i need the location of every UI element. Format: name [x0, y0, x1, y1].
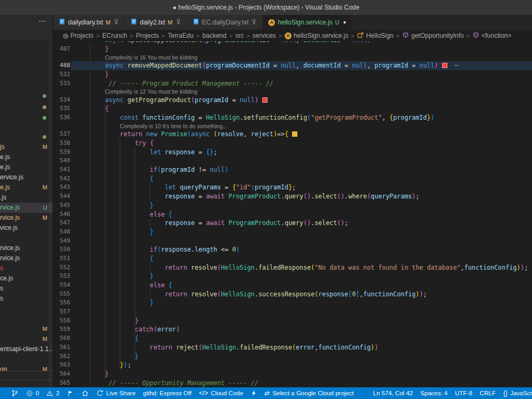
dirty-indicator-icon[interactable]: ●	[343, 20, 346, 25]
code-line-556: 556 }	[53, 298, 532, 307]
breadcrumb-label: services	[253, 32, 276, 39]
breadcrumb-item[interactable]: AhelloSign.service.js	[285, 32, 348, 39]
tab-helloSign.service.js[interactable]: AhelloSign.service.jsU●	[263, 15, 352, 30]
file-tree-item[interactable]: M	[0, 334, 53, 344]
problems-warnings[interactable]: 2	[43, 387, 63, 399]
breadcrumb-item[interactable]: backend	[202, 32, 226, 39]
file-tree-item[interactable]: jsM	[0, 142, 53, 152]
breadcrumb-separator-icon: >	[196, 32, 200, 39]
breadcrumb-item[interactable]: <function>	[472, 31, 511, 40]
live-share[interactable]: Live Share	[93, 387, 139, 399]
branch-indicator[interactable]	[7, 387, 22, 399]
codelens-annotation[interactable]: Complexity is 12 You must be kidding	[53, 88, 532, 96]
file-tree-spacer	[0, 354, 53, 364]
breadcrumb-separator-icon: >	[229, 32, 232, 39]
file-tree-item[interactable]: M	[0, 324, 53, 334]
code-text: return resolve(HelloSign.successResponse…	[84, 290, 532, 299]
home[interactable]	[78, 387, 93, 399]
problems-errors[interactable]: 0	[22, 387, 43, 399]
status-label: Ln 574, Col 42	[373, 387, 413, 399]
breadcrumb-separator-icon: >	[467, 32, 470, 39]
code-line-533: 533 // ----- Program Product Management …	[53, 79, 532, 88]
code-text: // ----- Opportunity Management ----- //	[84, 379, 532, 387]
file-tree-item[interactable]: rvice.jsM	[0, 213, 53, 223]
cloud-code[interactable]: </>Cloud Code	[195, 387, 247, 399]
status-label: Live Share	[106, 387, 136, 399]
encoding[interactable]: UTF-8	[451, 387, 476, 399]
file-name: on	[0, 364, 43, 375]
cursor-position[interactable]: Ln 574, Col 42	[369, 387, 417, 399]
git-status-dot	[43, 94, 46, 98]
breadcrumb-item[interactable]: src	[235, 32, 244, 39]
code-line: async updateMappedDocument(programDocume…	[53, 41, 532, 45]
file-tree-item[interactable]: e.js	[0, 162, 53, 172]
code-text: response = await ProgramProduct.query().…	[84, 219, 532, 228]
code-text: {	[84, 254, 532, 263]
file-tree-spacer	[0, 314, 53, 324]
file-tree-item[interactable]: rvice.js	[0, 253, 53, 263]
file-tree-item[interactable]: ervice.js	[0, 172, 53, 182]
code-text: async removeMappedDocument(programDocume…	[84, 61, 532, 70]
file-tree-item[interactable]: .js	[0, 193, 53, 203]
codelens-annotation[interactable]: Complexity is 16 You must be kidding	[53, 54, 532, 62]
breadcrumb-item[interactable]: HelloSign	[357, 31, 393, 40]
tab-dailydiary.txt[interactable]: dailydiary.txtM	[53, 15, 125, 30]
code-text: }	[84, 201, 532, 210]
tab-daily2.txt[interactable]: daily2.txtM	[125, 15, 187, 30]
window-title: ● helloSign.service.js - Projects (Works…	[173, 4, 360, 11]
pin-icon[interactable]	[251, 19, 257, 26]
fold-chevron-icon	[70, 70, 84, 79]
breadcrumb-item[interactable]: Projects	[136, 32, 159, 39]
tab-EC.dailyDiary.txt[interactable]: EC.dailyDiary.txt	[187, 15, 263, 30]
code-text: response = await ProgramProduct.query().…	[84, 192, 532, 201]
file-name: s	[0, 284, 53, 294]
code-line-559: 559 catch(error)	[53, 325, 532, 334]
sidebar-scrollbar[interactable]	[49, 40, 53, 387]
breadcrumb-item[interactable]: services	[253, 32, 276, 39]
line-number: 540	[53, 156, 70, 165]
fold-chevron-icon[interactable]: >	[70, 61, 84, 70]
gcp-project[interactable]: ⇄Select a Google Cloud project	[261, 387, 358, 399]
code-line-544: 544 response = await ProgramProduct.quer…	[53, 192, 532, 201]
language-mode[interactable]: {}JavaScri	[500, 387, 532, 399]
code-editor[interactable]: async updateMappedDocument(programDocume…	[53, 41, 532, 387]
code-text: async updateMappedDocument(programDocume…	[84, 41, 532, 45]
tab-label: EC.dailyDiary.txt	[202, 19, 249, 26]
code-line-561: 561 return reject(HelloSign.failedRespon…	[53, 343, 532, 352]
file-tree-spacer	[0, 233, 53, 243]
line-number: 538	[53, 139, 70, 148]
file-tree-item[interactable]: rvice.jsU	[0, 203, 53, 213]
breadcrumb-item[interactable]: TerraEdu	[168, 32, 194, 39]
file-tree-item[interactable]: ce.js	[0, 273, 53, 284]
breadcrumb-item[interactable]: ECrunch	[102, 32, 127, 39]
file-tree-item[interactable]: s	[0, 263, 53, 273]
bolt[interactable]	[247, 387, 261, 399]
fold-chevron-icon	[70, 237, 84, 246]
breadcrumb-item[interactable]: ◎Projects	[63, 32, 94, 39]
file-tree-item[interactable]: rvice.js	[0, 243, 53, 253]
code-text	[84, 237, 532, 246]
githd[interactable]: githd: Express Off	[139, 387, 195, 399]
code-text: // ----- Program Product Management ----…	[84, 79, 532, 88]
pin-icon[interactable]	[176, 19, 181, 26]
file-name: entsapi-client-1.1...	[0, 344, 53, 354]
code-line-534: 534 async getProgramProduct(programId = …	[53, 96, 532, 105]
file-tree-item[interactable]: onM	[0, 364, 53, 375]
launch[interactable]	[63, 387, 78, 399]
eol[interactable]: CRLF	[476, 387, 500, 399]
code-text: const functionConfig = HelloSign.setfunc…	[84, 113, 532, 122]
more-actions-icon[interactable]: ⋯	[38, 16, 47, 26]
indentation[interactable]: Spaces: 4	[417, 387, 451, 399]
pin-icon[interactable]	[113, 19, 119, 26]
codelens-annotation[interactable]: Complexity is 10 It's time to do somethi…	[53, 122, 532, 130]
file-tree-item[interactable]: vice.js	[0, 223, 53, 233]
git-status-badge: M	[168, 19, 172, 26]
code-text: {	[84, 174, 532, 184]
line-number: 560	[53, 334, 70, 343]
file-tree-item[interactable]: e.jsM	[0, 182, 53, 193]
file-tree-item[interactable]: e.js	[0, 152, 53, 162]
file-tree-item[interactable]: s	[0, 284, 53, 294]
breadcrumb-item[interactable]: getOpportunityInfo	[402, 31, 464, 40]
file-tree-item[interactable]: entsapi-client-1.1...	[0, 344, 53, 354]
file-tree-item[interactable]: s	[0, 294, 53, 304]
